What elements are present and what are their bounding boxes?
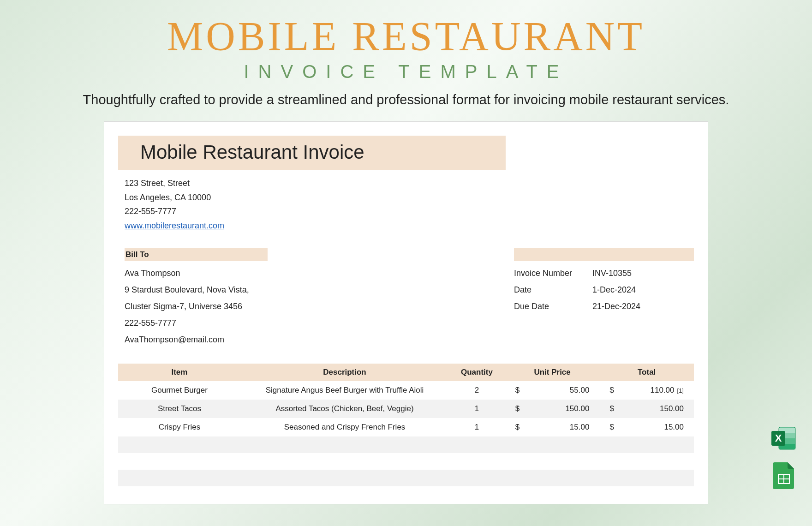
invoice-date-label: Date xyxy=(514,281,592,298)
doc-title: Mobile Restaurant Invoice xyxy=(140,141,506,163)
company-phone: 222-555-7777 xyxy=(125,204,694,219)
col-description: Description xyxy=(241,364,448,381)
cell-quantity: 1 xyxy=(448,400,505,418)
cell-description: Assorted Tacos (Chicken, Beef, Veggie) xyxy=(241,400,448,418)
cell-unit-price: $15.00 xyxy=(505,418,600,436)
cell-item: Gourmet Burger xyxy=(118,381,241,400)
doc-title-bar: Mobile Restaurant Invoice xyxy=(118,136,506,170)
invoice-date-value: 1-Dec-2024 xyxy=(592,281,636,298)
bill-to-address-2: Cluster Sigma-7, Universe 3456 xyxy=(125,298,514,315)
bill-to-address-1: 9 Stardust Boulevard, Nova Vista, xyxy=(125,281,514,298)
items-table: Item Description Quantity Unit Price Tot… xyxy=(118,364,694,486)
hero-description: Thoughtfully crafted to provide a stream… xyxy=(0,92,812,108)
bill-to-email: AvaThompson@email.com xyxy=(125,331,514,348)
cell-item: Crispy Fries xyxy=(118,418,241,436)
cell-quantity: 1 xyxy=(448,418,505,436)
company-block: 123 Street, Street Los Angeles, CA 10000… xyxy=(118,176,694,233)
invoice-due-date-value: 21-Dec-2024 xyxy=(592,298,640,315)
col-quantity: Quantity xyxy=(448,364,505,381)
table-row: Crispy FriesSeasoned and Crispy French F… xyxy=(118,418,694,436)
cell-unit-price: $150.00 xyxy=(505,400,600,418)
hero-title: MOBILE RESTAURANT xyxy=(0,0,812,60)
table-row-empty xyxy=(118,453,694,470)
svg-text:X: X xyxy=(775,432,782,444)
col-total: Total xyxy=(599,364,694,381)
company-website-link[interactable]: www.mobilerestaurant.com xyxy=(125,221,224,230)
meta-heading-band xyxy=(514,248,694,261)
invoice-document: Mobile Restaurant Invoice 123 Street, St… xyxy=(104,121,708,504)
sheets-icon[interactable] xyxy=(770,462,797,488)
col-item: Item xyxy=(118,364,241,381)
col-unit-price: Unit Price xyxy=(505,364,600,381)
bill-to-phone: 222-555-7777 xyxy=(125,315,514,331)
table-row-empty xyxy=(118,436,694,453)
company-address-1: 123 Street, Street xyxy=(125,176,694,191)
excel-icon[interactable]: X xyxy=(770,425,797,451)
company-address-2: Los Angeles, CA 10000 xyxy=(125,191,694,205)
cell-total: $15.00 xyxy=(599,418,694,436)
cell-description: Signature Angus Beef Burger with Truffle… xyxy=(241,381,448,400)
invoice-number-label: Invoice Number xyxy=(514,265,592,281)
bill-to-name: Ava Thompson xyxy=(125,265,514,281)
cell-unit-price: $55.00 xyxy=(505,381,600,400)
table-row: Gourmet BurgerSignature Angus Beef Burge… xyxy=(118,381,694,400)
table-row-empty xyxy=(118,470,694,486)
table-row: Street TacosAssorted Tacos (Chicken, Bee… xyxy=(118,400,694,418)
invoice-due-date-label: Due Date xyxy=(514,298,592,315)
cell-item: Street Tacos xyxy=(118,400,241,418)
cell-quantity: 2 xyxy=(448,381,505,400)
cell-description: Seasoned and Crispy French Fries xyxy=(241,418,448,436)
cell-total: $150.00 xyxy=(599,400,694,418)
hero-subtitle: INVOICE TEMPLATE xyxy=(0,61,812,82)
cell-total: $110.00[1] xyxy=(599,381,694,400)
invoice-number-value: INV-10355 xyxy=(592,265,632,281)
bill-to-heading: Bill To xyxy=(125,248,268,261)
